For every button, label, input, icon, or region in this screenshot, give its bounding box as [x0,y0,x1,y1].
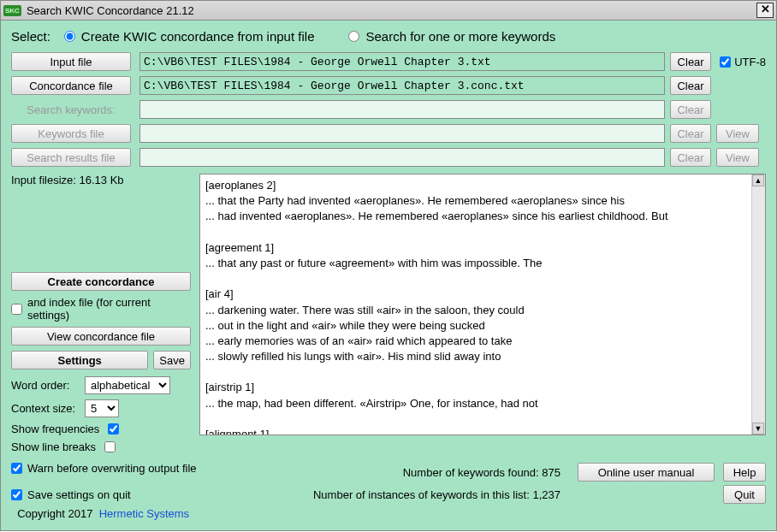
results-file-field [139,148,665,167]
clear-keywords-button: Clear [670,100,711,119]
quit-button[interactable]: Quit [723,485,766,504]
view-kwfile-button: View [716,124,759,143]
radio-create-input[interactable] [64,31,75,42]
save-quit-check-input[interactable] [11,489,22,500]
instances-label: Number of instances of keywords in this … [199,488,561,501]
manual-button[interactable]: Online user manual [578,463,715,482]
word-order-row: Word order: alphabetical [11,376,191,394]
show-breaks-checkbox[interactable] [104,441,116,452]
input-file-row: Input file Clear UTF-8 [11,52,766,71]
input-file-button[interactable]: Input file [11,52,131,71]
show-freq-checkbox[interactable] [108,423,119,434]
keywords-file-button: Keywords file [11,124,131,143]
utf8-checkbox[interactable]: UTF-8 [720,56,766,68]
results-file-button: Search results file [11,148,131,167]
save-settings-button[interactable]: Save [153,351,191,369]
results-text[interactable]: [aeroplanes 2] ... that the Party had in… [205,178,760,435]
word-order-select[interactable]: alphabetical [85,376,170,394]
clear-results-button: Clear [670,148,711,167]
conc-file-field[interactable] [139,76,665,95]
save-on-quit-checkbox[interactable]: Save settings on quit [11,488,199,501]
context-size-select[interactable]: 5 [85,399,119,417]
keywords-file-field [139,124,665,143]
titlebar: SKC Search KWIC Concordance 21.12 ✕ [0,0,777,21]
keywords-row: Search keywords: Clear [11,100,766,119]
index-file-checkbox[interactable]: and index file (for current settings) [11,296,191,322]
results-pane: [aeroplanes 2] ... that the Party had in… [199,174,766,435]
footer: Number of keywords found: 875 Online use… [11,463,766,520]
clear-kwfile-button: Clear [670,124,711,143]
body-area: Input filesize: 16.13 Kb Create concorda… [11,174,766,458]
utf8-check-input[interactable] [720,56,731,68]
radio-search-keywords[interactable]: Search for one or more keywords [348,29,555,44]
left-column: Input filesize: 16.13 Kb Create concorda… [11,174,199,458]
keywords-label: Search keywords: [11,103,131,116]
help-button[interactable]: Help [723,463,766,482]
copyright-text: Copyright 2017 [17,507,92,520]
create-concordance-button[interactable]: Create concordance [11,272,191,291]
context-size-label: Context size: [11,402,85,415]
show-breaks-label: Show line breaks [11,440,96,453]
input-file-field[interactable] [139,52,665,71]
view-concordance-button[interactable]: View concordance file [11,327,191,346]
app-icon: SKC [3,5,21,16]
index-check-input[interactable] [11,304,22,315]
hermetic-link[interactable]: Hermetic Systems [99,507,189,520]
keywords-field [139,100,665,119]
show-freq-label: Show frequencies [11,423,99,435]
keywords-file-row: Keywords file Clear View [11,124,766,143]
context-size-row: Context size: 5 [11,399,191,417]
clear-input-button[interactable]: Clear [670,52,711,71]
conc-file-row: Concordance file Clear [11,76,766,95]
show-freq-row: Show frequencies [11,423,191,435]
window-title: Search KWIC Concordance 21.12 [27,4,194,17]
results-file-row: Search results file Clear View [11,148,766,167]
scroll-up-icon[interactable]: ▲ [752,174,764,186]
show-breaks-row: Show line breaks [11,440,191,453]
word-order-label: Word order: [11,379,85,392]
select-label: Select: [11,29,50,44]
scrollbar[interactable]: ▲ ▼ [751,174,765,434]
radio-search-input[interactable] [348,31,359,42]
clear-conc-button[interactable]: Clear [670,76,711,95]
keywords-found-label: Number of keywords found: 875 [11,466,561,479]
radio-create-concordance[interactable]: Create KWIC concordance from input file [64,29,315,44]
scroll-down-icon[interactable]: ▼ [752,423,764,434]
settings-button[interactable]: Settings [11,351,148,369]
main-panel: Select: Create KWIC concordance from inp… [0,21,777,531]
conc-file-button[interactable]: Concordance file [11,76,131,95]
filesize-label: Input filesize: 16.13 Kb [11,174,191,186]
close-button[interactable]: ✕ [756,3,774,18]
view-results-button: View [716,148,759,167]
select-row: Select: Create KWIC concordance from inp… [11,29,766,44]
